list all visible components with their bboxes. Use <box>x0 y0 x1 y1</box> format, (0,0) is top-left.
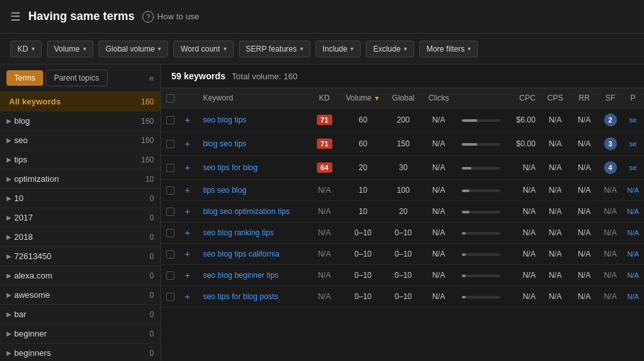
keyword-link[interactable]: tips seo blog <box>203 186 246 195</box>
add-keyword-button[interactable]: + <box>185 291 190 302</box>
filter-include[interactable]: Include▾ <box>316 41 361 57</box>
add-keyword-button[interactable]: + <box>185 185 190 195</box>
sidebar-item-count: 0 <box>149 310 154 319</box>
volume-bar-fill <box>462 190 469 192</box>
table-row: + blog seo optimization tips N/A 10 20 N… <box>161 201 644 222</box>
filter-label-serp_features: SERP features <box>246 44 297 54</box>
sf-na: N/A <box>604 249 617 259</box>
row-global-cell: 0–10 <box>386 286 421 307</box>
row-volume-cell: 60 <box>341 132 386 156</box>
row-checkbox[interactable] <box>166 208 175 216</box>
filter-kd[interactable]: KD▾ <box>10 41 42 57</box>
col-volume[interactable]: Volume ▼ <box>341 88 386 108</box>
row-checkbox-cell <box>161 108 180 132</box>
row-checkbox[interactable] <box>166 164 175 172</box>
row-checkbox[interactable] <box>166 271 175 280</box>
filter-serp_features[interactable]: SERP features▾ <box>239 41 310 57</box>
add-keyword-button[interactable]: + <box>185 139 190 149</box>
sidebar-item[interactable]: ▶ alexa.com 0 <box>0 266 160 286</box>
row-cpc-cell: N/A <box>506 244 541 265</box>
filter-exclude[interactable]: Exclude▾ <box>366 41 414 57</box>
row-clicks-cell: N/A <box>421 132 457 156</box>
row-checkbox[interactable] <box>166 186 175 195</box>
sidebar-item[interactable]: All keywords 160 <box>0 92 160 112</box>
col-kd: KD <box>308 88 341 108</box>
row-sf-cell: 3 <box>599 132 622 156</box>
add-keyword-button[interactable]: + <box>185 228 190 238</box>
table-row: + seo blog ranking tips N/A 0–10 0–10 N/… <box>161 222 644 244</box>
row-cpc-cell: N/A <box>506 286 541 307</box>
sidebar-item[interactable]: ▶ beginners 0 <box>0 344 160 361</box>
keyword-link[interactable]: blog seo optimization tips <box>203 207 290 216</box>
chevron-down-icon: ▾ <box>468 45 471 52</box>
add-keyword-button[interactable]: + <box>185 270 190 280</box>
keyword-link[interactable]: seo blog beginner tips <box>203 271 278 280</box>
sidebar-item[interactable]: ▶ 10 0 <box>0 189 160 208</box>
sidebar-item[interactable]: ▶ bar 0 <box>0 305 160 324</box>
hamburger-icon[interactable]: ☰ <box>10 10 21 24</box>
row-clicks-cell: N/A <box>421 244 457 265</box>
keyword-link[interactable]: seo tips for blog <box>203 163 258 172</box>
sidebar-item-label: blog <box>14 116 141 126</box>
volume-bar-fill <box>462 167 471 170</box>
filter-more_filters[interactable]: More filters▾ <box>419 41 478 57</box>
help-button[interactable]: ? How to use <box>142 11 199 23</box>
row-volume-cell: 60 <box>341 108 386 132</box>
row-rr-cell: N/A <box>570 132 599 156</box>
add-keyword-button[interactable]: + <box>185 206 190 217</box>
sidebar-item[interactable]: ▶ awesome 0 <box>0 286 160 305</box>
sidebar-item[interactable]: ▶ 2017 0 <box>0 208 160 228</box>
row-sf-cell: N/A <box>599 201 622 222</box>
row-checkbox[interactable] <box>166 250 175 259</box>
chevron-icon: ▶ <box>6 195 12 202</box>
keyword-link[interactable]: seo blog tips california <box>203 249 279 259</box>
sidebar-collapse-icon[interactable]: « <box>149 73 154 83</box>
keyword-link[interactable]: blog seo tips <box>203 139 246 148</box>
tab-parent_topics[interactable]: Parent topics <box>46 70 108 86</box>
row-sf-cell: N/A <box>599 244 622 265</box>
sidebar-item[interactable]: ▶ beginner 0 <box>0 324 160 344</box>
sidebar-item[interactable]: ▶ 72613450 0 <box>0 247 160 266</box>
select-all-checkbox[interactable] <box>166 94 175 102</box>
row-volume-cell: 0–10 <box>341 222 386 244</box>
row-checkbox[interactable] <box>166 293 175 301</box>
row-checkbox[interactable] <box>166 140 175 148</box>
add-keyword-button[interactable]: + <box>185 249 190 259</box>
filter-volume[interactable]: Volume▾ <box>47 41 93 57</box>
row-kd-cell: N/A <box>308 180 341 201</box>
sidebar-item[interactable]: ▶ optimization 10 <box>0 170 160 189</box>
row-checkbox[interactable] <box>166 229 175 237</box>
sidebar-item[interactable]: ▶ 2018 0 <box>0 228 160 247</box>
keyword-link[interactable]: seo tips for blog posts <box>203 292 278 301</box>
keyword-link[interactable]: seo blog ranking tips <box>203 228 274 237</box>
filter-word_count[interactable]: Word count▾ <box>173 41 233 57</box>
add-keyword-button[interactable]: + <box>185 115 190 125</box>
add-keyword-button[interactable]: + <box>185 162 190 173</box>
sidebar-item-count: 10 <box>146 175 154 184</box>
content-area: 59 keywords Total volume: 160 Keyword KD… <box>161 64 644 361</box>
tab-terms[interactable]: Terms <box>6 70 43 86</box>
volume-bar <box>462 275 500 277</box>
chevron-icon: ▶ <box>6 330 12 337</box>
sidebar-item[interactable]: ▶ tips 160 <box>0 150 160 170</box>
chevron-icon: ▶ <box>6 349 12 356</box>
keyword-link[interactable]: seo blog tips <box>203 115 246 124</box>
row-checkbox-cell <box>161 286 180 307</box>
row-cpc-cell: $0.00 <box>506 132 541 156</box>
row-checkbox[interactable] <box>166 116 175 124</box>
sidebar-item-label: alexa.com <box>14 271 149 280</box>
table-row: + seo tips for blog 64 20 30 N/A N/A N/A… <box>161 156 644 180</box>
row-sf-cell: 4 <box>599 156 622 180</box>
sidebar-item[interactable]: ▶ seo 160 <box>0 131 160 150</box>
sidebar-item-label: beginner <box>14 329 149 338</box>
sidebar-item-label: optimization <box>14 174 146 184</box>
row-volume-cell: 0–10 <box>341 244 386 265</box>
row-kd-cell: 71 <box>308 132 341 156</box>
row-kd-cell: N/A <box>308 201 341 222</box>
row-keyword-cell: seo tips for blog posts <box>198 286 308 307</box>
sidebar-item[interactable]: ▶ blog 160 <box>0 112 160 131</box>
sidebar-item-label: seo <box>14 135 141 145</box>
sidebar-item-label: bar <box>14 309 149 319</box>
sf-na: N/A <box>604 186 617 195</box>
filter-global_volume[interactable]: Global volume▾ <box>99 41 169 57</box>
